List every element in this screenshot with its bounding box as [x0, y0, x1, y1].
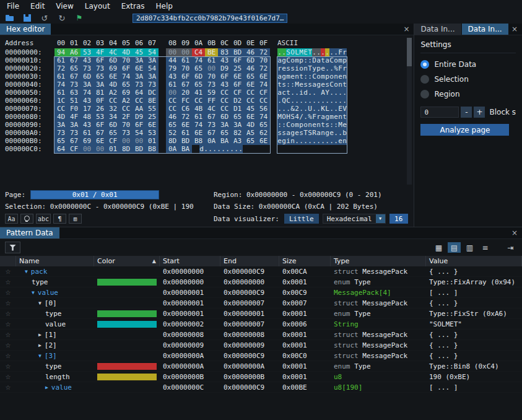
hex-byte[interactable]: 72	[54, 64, 67, 72]
hex-byte[interactable]: 00	[205, 64, 218, 72]
hex-byte[interactable]: 6F	[94, 121, 107, 129]
hex-byte[interactable]: CF	[231, 89, 244, 97]
column-header-color[interactable]: Color▲	[94, 256, 160, 266]
hex-byte[interactable]: 6F	[94, 56, 107, 64]
favorite-star-icon[interactable]: ☆	[0, 352, 16, 359]
column-header-name[interactable]: Name	[16, 256, 94, 266]
hex-byte[interactable]: 6F	[231, 81, 244, 89]
hex-byte[interactable]: 72	[179, 113, 192, 121]
hex-byte[interactable]: 6E	[94, 137, 107, 145]
hex-byte[interactable]: CC	[192, 97, 205, 105]
hex-byte[interactable]: 74	[120, 72, 133, 81]
page-slider[interactable]: 0x01 / 0x01	[30, 190, 159, 199]
pattern-row[interactable]: ☆length0x0000000B0x0000000B0x0001u8190 (…	[0, 372, 522, 382]
hex-byte[interactable]: 54	[146, 64, 159, 72]
menu-file[interactable]: File	[1, 0, 25, 12]
hex-byte[interactable]: 70	[179, 64, 192, 72]
hex-byte[interactable]: 45	[133, 48, 146, 56]
open-folder-icon[interactable]	[5, 14, 15, 23]
hex-byte[interactable]: A2	[107, 89, 120, 97]
bytes-per-row-input[interactable]: 16	[389, 214, 408, 224]
hex-byte[interactable]: 3A	[231, 121, 244, 129]
hex-byte[interactable]: 73	[67, 81, 80, 89]
hex-ascii[interactable]: ressionType..%Fr	[277, 64, 347, 72]
pattern-name[interactable]: ▶[2]	[16, 341, 94, 349]
tab-data-information[interactable]: Data In...	[462, 24, 508, 35]
hex-byte[interactable]: 67	[205, 129, 218, 137]
hex-byte[interactable]: 3A	[218, 121, 231, 129]
pattern-row[interactable]: ☆▼[3]0x0000000A0x000000C90x00C0struct Me…	[0, 351, 522, 361]
hex-byte[interactable]: 4D	[54, 113, 67, 121]
radio-option[interactable]: Entire Data	[420, 57, 516, 72]
hex-byte[interactable]: CC	[133, 97, 146, 105]
hex-ascii[interactable]: agComp::DataComp	[277, 56, 347, 64]
hex-byte[interactable]: 65	[244, 72, 257, 81]
hex-byte[interactable]: 74	[192, 121, 205, 129]
hex-byte[interactable]: CC	[218, 97, 231, 105]
hex-byte[interactable]: 6D	[192, 72, 205, 81]
hex-byte[interactable]: 64	[54, 145, 67, 153]
hex-byte[interactable]: 65	[94, 72, 107, 81]
hex-byte[interactable]: 70	[120, 56, 133, 64]
pattern-row[interactable]: ☆▼pack0x000000000x000000C90x00CAstruct M…	[0, 266, 522, 277]
hex-byte[interactable]: 6D	[80, 72, 94, 81]
hex-byte[interactable]: BA	[179, 145, 192, 153]
pattern-name[interactable]: ▼[0]	[16, 299, 94, 307]
hex-byte[interactable]: 6E	[231, 72, 244, 81]
hex-byte[interactable]: D1	[231, 105, 244, 113]
block-size-input[interactable]: 0	[420, 107, 459, 118]
hex-byte[interactable]: 43	[80, 97, 94, 105]
hex-byte[interactable]: 73	[133, 81, 146, 89]
hex-ascii[interactable]: egin..........en	[277, 137, 347, 145]
menu-extras[interactable]: Extras	[116, 0, 150, 12]
hex-byte[interactable]: 45	[244, 105, 257, 113]
hex-byte[interactable]: 67	[67, 137, 80, 145]
hex-byte[interactable]: 94	[54, 48, 67, 56]
hex-byte[interactable]: 3A	[54, 121, 67, 129]
pattern-name[interactable]: type	[16, 362, 94, 370]
hex-byte[interactable]: BD	[231, 48, 244, 56]
hex-byte[interactable]: 3A	[146, 56, 159, 64]
pattern-row[interactable]: ☆▶[2]0x000000090x000000090x0001struct Me…	[0, 340, 522, 351]
hex-byte[interactable]: 6E	[192, 129, 205, 137]
hex-byte[interactable]: 00	[120, 137, 133, 145]
hex-byte[interactable]: 64	[133, 89, 146, 97]
column-header-type[interactable]: Type	[331, 256, 426, 266]
hex-byte[interactable]: 3A	[146, 72, 159, 81]
hex-ascii[interactable]: MOHS4/.%Fragment	[277, 113, 347, 121]
hex-byte[interactable]: 82	[231, 129, 244, 137]
hex-byte[interactable]: 43	[218, 81, 231, 89]
hex-byte[interactable]: 65	[107, 129, 120, 137]
endianness-toggle[interactable]: Little	[284, 214, 319, 224]
hex-byte[interactable]: 20	[179, 89, 192, 97]
hex-byte[interactable]: 74	[54, 81, 67, 89]
hex-byte[interactable]: CC	[120, 105, 133, 113]
grid-toggle[interactable]: ⊞	[69, 214, 82, 224]
hex-byte[interactable]: 53	[94, 113, 107, 121]
hex-byte[interactable]: CC	[166, 105, 179, 113]
hex-byte[interactable]: 62	[257, 129, 270, 137]
hex-byte[interactable]: 4D	[244, 121, 257, 129]
hex-byte[interactable]: 25	[231, 64, 244, 72]
hex-byte[interactable]: 67	[94, 129, 107, 137]
hex-byte[interactable]: 65	[120, 81, 133, 89]
column-header-size[interactable]: Size	[279, 256, 331, 266]
scrollbar-thumb[interactable]	[407, 38, 412, 66]
flat-view-icon[interactable]	[463, 242, 476, 253]
pattern-name[interactable]: length	[16, 373, 94, 381]
redo-icon[interactable]	[57, 14, 67, 23]
pattern-name[interactable]: ▶[1]	[16, 331, 94, 339]
hex-byte[interactable]: 65	[192, 81, 205, 89]
radio-icon[interactable]	[420, 75, 429, 84]
hex-byte[interactable]: 0F	[94, 97, 107, 105]
hex-byte[interactable]: 2F	[120, 113, 133, 121]
favorite-star-icon[interactable]: ☆	[0, 342, 16, 349]
hex-byte[interactable]: 00	[80, 145, 94, 153]
hex-byte[interactable]: 4D	[107, 81, 120, 89]
filter-button[interactable]	[5, 242, 20, 253]
list-view-icon[interactable]	[479, 242, 492, 253]
hex-byte[interactable]: 4F	[94, 48, 107, 56]
encoding-toggle[interactable]: abc	[36, 214, 51, 224]
hex-byte[interactable]: 8D	[120, 145, 133, 153]
pattern-name[interactable]: ▶value	[16, 383, 94, 392]
